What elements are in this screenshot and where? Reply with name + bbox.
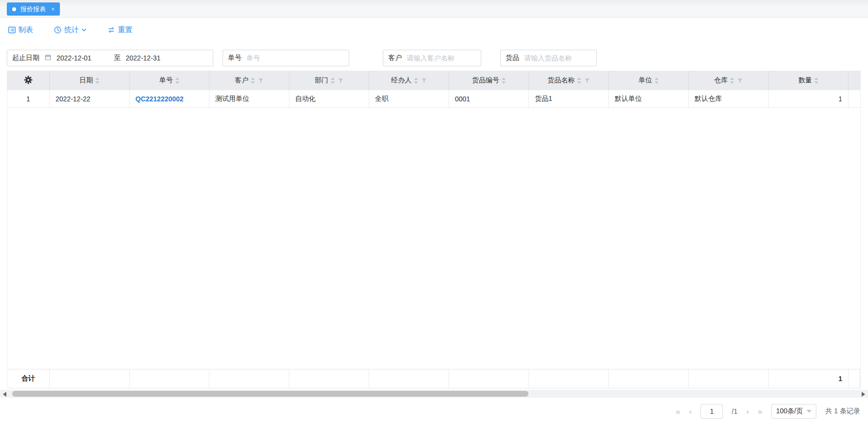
chevron-down-icon <box>81 27 87 33</box>
column-label: 数量 <box>798 76 812 85</box>
footer-empty-cell <box>209 369 289 388</box>
goods-input[interactable] <box>524 54 587 62</box>
column-label: 仓库 <box>714 76 728 85</box>
column-header-qty[interactable]: 数量 <box>769 71 849 90</box>
cell-order-no[interactable]: QC2212220002 <box>130 90 209 107</box>
column-filler <box>849 71 860 90</box>
page-size-select[interactable]: 100条/页 <box>771 404 816 419</box>
table-header-row: 日期单号客户部门经办人货品编号货品名称单位仓库数量 <box>7 71 860 90</box>
footer-empty-cell <box>609 369 689 388</box>
column-header-customer[interactable]: 客户 <box>209 71 289 90</box>
column-header-goods_no[interactable]: 货品编号 <box>449 71 529 90</box>
footer-total-qty: 1 <box>769 369 849 388</box>
sort-icon[interactable] <box>175 77 179 84</box>
sort-icon[interactable] <box>95 77 99 84</box>
customer-input[interactable] <box>407 54 470 62</box>
order-no-input[interactable] <box>246 54 329 62</box>
toolbar: 制表 统计 重置 <box>0 18 868 42</box>
statistics-label: 统计 <box>64 25 79 35</box>
column-label: 单位 <box>639 76 652 85</box>
filter-icon[interactable] <box>338 78 343 83</box>
sort-icon[interactable] <box>730 77 734 84</box>
tab-quotation-report[interactable]: 报价报表 × <box>7 2 60 16</box>
scroll-left-icon[interactable] <box>3 392 6 397</box>
sort-icon[interactable] <box>251 77 255 84</box>
column-header-date[interactable]: 日期 <box>50 71 130 90</box>
reset-label: 重置 <box>118 25 132 35</box>
last-page-button[interactable]: » <box>758 407 762 416</box>
cell-row-index: 1 <box>7 90 50 107</box>
sort-icon[interactable] <box>414 77 418 84</box>
column-settings-button[interactable] <box>7 71 50 90</box>
column-header-order_no[interactable]: 单号 <box>130 71 209 90</box>
pagination-bar: « ‹ /1 › » 100条/页 共 1 条记录 <box>0 404 868 419</box>
column-header-agent[interactable]: 经办人 <box>369 71 449 90</box>
statistics-button[interactable]: 统计 <box>54 25 87 35</box>
tab-label: 报价报表 <box>20 5 46 14</box>
footer-empty-cell <box>689 369 769 388</box>
sort-icon[interactable] <box>331 77 335 84</box>
horizontal-scrollbar[interactable] <box>0 390 868 398</box>
cell-goods-no: 0001 <box>449 90 529 107</box>
order-no-label: 单号 <box>228 54 242 62</box>
sort-icon[interactable] <box>502 77 506 84</box>
filter-icon[interactable] <box>737 78 743 83</box>
footer-empty-cell <box>289 369 369 388</box>
next-page-button[interactable]: › <box>746 407 749 416</box>
goods-filter: 货品 <box>500 50 597 66</box>
column-label: 客户 <box>235 76 248 85</box>
scroll-right-icon[interactable] <box>862 392 865 397</box>
footer-empty-cell <box>50 369 130 388</box>
filter-bar: 起止日期 至 单号 客户 货品 <box>0 42 868 71</box>
reset-button[interactable]: 重置 <box>107 25 132 35</box>
footer-empty-cell <box>130 369 209 388</box>
close-icon[interactable]: × <box>51 6 55 13</box>
filter-icon[interactable] <box>585 78 590 83</box>
table-row: 12022-12-22QC2212220002测试用单位自动化全职0001货品1… <box>7 90 860 108</box>
cell-agent: 全职 <box>369 90 449 107</box>
column-header-department[interactable]: 部门 <box>289 71 369 90</box>
column-header-warehouse[interactable]: 仓库 <box>689 71 769 90</box>
sort-icon[interactable] <box>814 77 818 84</box>
cell-qty: 1 <box>769 90 849 107</box>
footer-empty-cell <box>449 369 529 388</box>
filter-icon[interactable] <box>258 78 264 83</box>
active-dot-icon <box>12 7 16 11</box>
column-header-goods_name[interactable]: 货品名称 <box>529 71 609 90</box>
date-from-input[interactable] <box>57 54 109 62</box>
page-number-input[interactable] <box>700 404 723 419</box>
footer-empty-cell <box>529 369 609 388</box>
footer-total-label: 合计 <box>7 369 50 388</box>
sort-icon[interactable] <box>655 77 659 84</box>
make-report-button[interactable]: 制表 <box>8 25 33 35</box>
calendar-icon[interactable] <box>44 54 52 63</box>
filter-icon[interactable] <box>421 78 427 83</box>
column-label: 货品编号 <box>472 76 499 85</box>
table-footer-row: 合计 1 <box>7 369 860 388</box>
footer-empty-cell <box>369 369 449 388</box>
cell-warehouse: 默认仓库 <box>689 90 769 107</box>
total-pages-label: /1 <box>732 407 737 415</box>
total-records-label: 共 1 条记录 <box>825 407 860 416</box>
customer-label: 客户 <box>388 54 402 62</box>
goods-label: 货品 <box>506 54 519 62</box>
tab-bar: 报价报表 × <box>0 0 868 18</box>
horizontal-scrollbar-thumb[interactable] <box>12 391 528 397</box>
prev-page-button[interactable]: ‹ <box>689 407 692 416</box>
column-header-unit[interactable]: 单位 <box>609 71 689 90</box>
form-icon <box>8 26 16 34</box>
reset-icon <box>107 26 115 34</box>
cell-department: 自动化 <box>289 90 369 107</box>
caret-down-icon <box>807 410 811 413</box>
column-label: 经办人 <box>391 76 412 85</box>
make-report-label: 制表 <box>19 25 33 35</box>
date-to-input[interactable] <box>126 54 178 62</box>
date-range-label: 起止日期 <box>12 54 39 62</box>
cell-customer: 测试用单位 <box>209 90 289 107</box>
first-page-button[interactable]: « <box>676 407 680 416</box>
page-size-label: 100条/页 <box>776 407 803 416</box>
sort-icon[interactable] <box>577 77 581 84</box>
cell-goods-name: 货品1 <box>529 90 609 107</box>
clock-icon <box>54 26 62 34</box>
column-label: 单号 <box>159 76 173 85</box>
